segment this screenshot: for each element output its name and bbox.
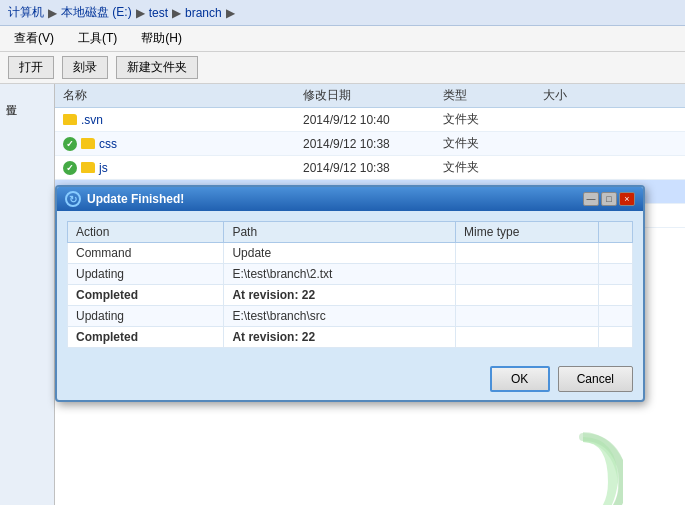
table-row: Completed At revision: 22: [68, 285, 633, 306]
file-date: 2014/9/12 10:38: [303, 161, 443, 175]
dialog-controls: — □ ×: [583, 192, 635, 206]
open-button[interactable]: 打开: [8, 56, 54, 79]
table-row: Completed At revision: 22: [68, 327, 633, 348]
row-mime: [456, 306, 599, 327]
col-size: 大小: [543, 87, 623, 104]
maximize-button[interactable]: □: [601, 192, 617, 206]
file-row[interactable]: ✓ css 2014/9/12 10:38 文件夹: [55, 132, 685, 156]
file-type: 文件夹: [443, 159, 543, 176]
row-path: At revision: 22: [224, 285, 456, 306]
table-row: Updating E:\test\branch\src: [68, 306, 633, 327]
breadcrumb-computer[interactable]: 计算机: [8, 4, 44, 21]
row-extra: [599, 327, 633, 348]
row-path: E:\test\branch\src: [224, 306, 456, 327]
row-action: Updating: [68, 306, 224, 327]
cancel-button[interactable]: Cancel: [558, 366, 633, 392]
row-path: E:\test\branch\2.txt: [224, 264, 456, 285]
col-name: 名称: [63, 87, 303, 104]
dialog-title: Update Finished!: [87, 192, 577, 206]
col-empty: [599, 222, 633, 243]
row-path: At revision: 22: [224, 327, 456, 348]
file-row[interactable]: ✓ js 2014/9/12 10:38 文件夹: [55, 156, 685, 180]
row-action: Updating: [68, 264, 224, 285]
sidebar: 位置: [0, 84, 55, 505]
breadcrumb-test[interactable]: test: [149, 6, 168, 20]
menu-view[interactable]: 查看(V): [8, 28, 60, 49]
breadcrumb-sep-2: ▶: [136, 6, 145, 20]
table-row: Command Update: [68, 243, 633, 264]
file-type: 文件夹: [443, 135, 543, 152]
row-action: Command: [68, 243, 224, 264]
row-mime: [456, 285, 599, 306]
file-type: 文件夹: [443, 111, 543, 128]
file-date: 2014/9/12 10:40: [303, 113, 443, 127]
row-mime: [456, 264, 599, 285]
burn-button[interactable]: 刻录: [62, 56, 108, 79]
log-table: Action Path Mime type Command Update Upd…: [67, 221, 633, 348]
svn-icon: ✓: [63, 161, 77, 175]
breadcrumb-branch[interactable]: branch: [185, 6, 222, 20]
col-mime: Mime type: [456, 222, 599, 243]
minimize-button[interactable]: —: [583, 192, 599, 206]
col-date: 修改日期: [303, 87, 443, 104]
breadcrumb-bar: 计算机 ▶ 本地磁盘 (E:) ▶ test ▶ branch ▶: [0, 0, 685, 26]
new-folder-button[interactable]: 新建文件夹: [116, 56, 198, 79]
update-dialog: ↻ Update Finished! — □ × Action Path Mim…: [55, 185, 645, 402]
svn-icon: ✓: [63, 137, 77, 151]
file-name: ✓ css: [63, 137, 303, 151]
folder-icon: [81, 162, 95, 173]
row-action: Completed: [68, 285, 224, 306]
column-headers: 名称 修改日期 类型 大小: [55, 84, 685, 108]
breadcrumb-sep-4: ▶: [226, 6, 235, 20]
col-action: Action: [68, 222, 224, 243]
table-row: Updating E:\test\branch\2.txt: [68, 264, 633, 285]
dialog-titlebar: ↻ Update Finished! — □ ×: [57, 187, 643, 211]
file-name: .svn: [63, 113, 303, 127]
file-date: 2014/9/12 10:38: [303, 137, 443, 151]
row-mime: [456, 243, 599, 264]
dialog-content: Action Path Mime type Command Update Upd…: [57, 211, 643, 358]
file-name: ✓ js: [63, 161, 303, 175]
folder-icon: [63, 114, 77, 125]
row-action: Completed: [68, 327, 224, 348]
toolbar: 打开 刻录 新建文件夹: [0, 52, 685, 84]
col-path: Path: [224, 222, 456, 243]
folder-icon: [81, 138, 95, 149]
row-extra: [599, 306, 633, 327]
breadcrumb-sep-3: ▶: [172, 6, 181, 20]
row-extra: [599, 285, 633, 306]
row-path: Update: [224, 243, 456, 264]
ok-button[interactable]: OK: [490, 366, 550, 392]
menu-bar: 查看(V) 工具(T) 帮助(H): [0, 26, 685, 52]
update-arrow-icon: [543, 432, 623, 505]
breadcrumb-drive[interactable]: 本地磁盘 (E:): [61, 4, 132, 21]
row-extra: [599, 243, 633, 264]
col-type: 类型: [443, 87, 543, 104]
dialog-footer: OK Cancel: [57, 358, 643, 400]
row-extra: [599, 264, 633, 285]
dialog-icon: ↻: [65, 191, 81, 207]
row-mime: [456, 327, 599, 348]
close-button[interactable]: ×: [619, 192, 635, 206]
menu-tools[interactable]: 工具(T): [72, 28, 123, 49]
file-row[interactable]: .svn 2014/9/12 10:40 文件夹: [55, 108, 685, 132]
sidebar-location: 位置: [4, 88, 50, 104]
menu-help[interactable]: 帮助(H): [135, 28, 188, 49]
breadcrumb-sep-1: ▶: [48, 6, 57, 20]
